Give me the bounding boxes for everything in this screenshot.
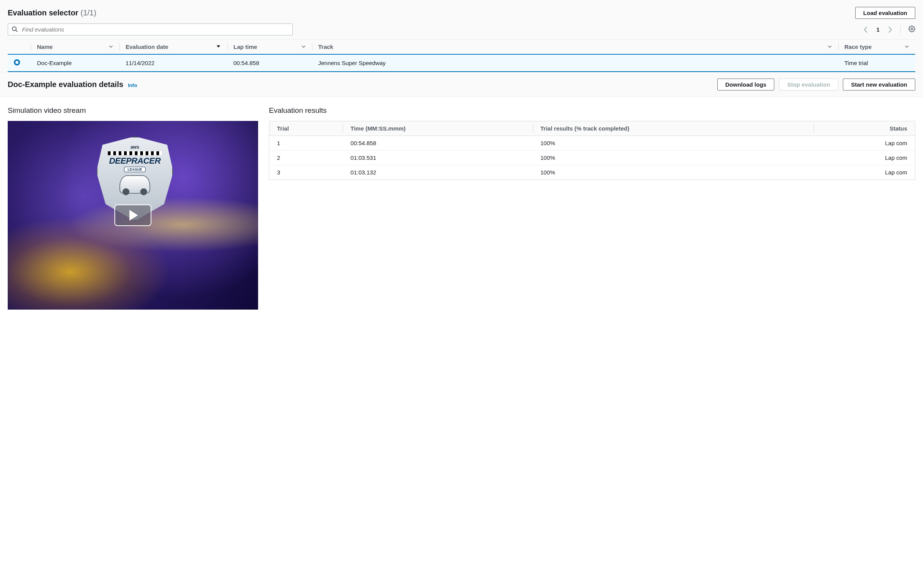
- col-lap-label: Lap time: [233, 44, 257, 50]
- col-pct: Trial results (% track completed): [533, 121, 814, 136]
- col-trial: Trial: [269, 121, 343, 136]
- sort-active-icon: [216, 44, 221, 50]
- details-title: Doc-Example evaluation details: [8, 80, 123, 89]
- pager-page-number: 1: [876, 27, 879, 33]
- sort-icon: [301, 44, 306, 50]
- results-row: 201:03.531100%Lap com: [269, 151, 915, 165]
- video-frame: aws DEEPRACER LEAGUE: [8, 121, 258, 310]
- col-radio: [8, 40, 31, 55]
- shield-title: DEEPRACER: [109, 156, 161, 166]
- results-cell-trial: 3: [269, 165, 343, 180]
- results-cell-pct: 100%: [533, 151, 814, 165]
- play-icon: [129, 210, 138, 221]
- cell-track: Jennens Super Speedway: [312, 54, 838, 72]
- cell-race: Time trial: [838, 54, 915, 72]
- info-link[interactable]: Info: [128, 82, 137, 88]
- settings-gear-icon[interactable]: [908, 25, 915, 34]
- page-title: Evaluation selector (1/1): [8, 8, 96, 17]
- results-cell-time: 00:54.858: [343, 136, 533, 151]
- evaluations-table: Name Evaluation date: [8, 39, 915, 72]
- results-cell-status: Lap com: [814, 151, 915, 165]
- results-cell-time: 01:03.132: [343, 165, 533, 180]
- shield-checker: [108, 151, 162, 155]
- col-status: Status: [814, 121, 915, 136]
- svg-marker-3: [216, 45, 220, 48]
- selector-header: Evaluation selector (1/1) Load evaluatio…: [8, 7, 915, 19]
- col-date[interactable]: Evaluation date: [119, 40, 227, 55]
- details-title-wrap: Doc-Example evaluation details Info: [8, 80, 137, 89]
- col-race-label: Race type: [844, 44, 872, 50]
- pager-next-button[interactable]: [887, 26, 893, 34]
- details-header: Doc-Example evaluation details Info Down…: [0, 72, 923, 97]
- col-track[interactable]: Track: [312, 40, 838, 55]
- results-cell-time: 01:03.531: [343, 151, 533, 165]
- results-row: 100:54.858100%Lap com: [269, 136, 915, 151]
- col-name-label: Name: [37, 44, 53, 50]
- pager-prev-button[interactable]: [863, 26, 869, 34]
- results-cell-trial: 2: [269, 151, 343, 165]
- results-cell-pct: 100%: [533, 165, 814, 180]
- search-wrap: [8, 23, 293, 35]
- shield-car-icon: [119, 175, 150, 194]
- col-time: Time (MM:SS.mmm): [343, 121, 533, 136]
- start-new-evaluation-button[interactable]: Start new evaluation: [843, 79, 915, 90]
- cell-name: Doc-Example: [31, 54, 119, 72]
- page-title-text: Evaluation selector: [8, 8, 78, 17]
- page-title-count: (1/1): [81, 8, 96, 17]
- col-track-label: Track: [318, 44, 333, 50]
- search-input[interactable]: [8, 23, 293, 35]
- col-lap[interactable]: Lap time: [227, 40, 312, 55]
- pager: 1: [863, 25, 915, 34]
- shield-league: LEAGUE: [124, 167, 146, 172]
- video-play-button[interactable]: [114, 204, 151, 226]
- svg-point-2: [911, 28, 913, 30]
- results-row: 301:03.132100%Lap com: [269, 165, 915, 180]
- download-logs-button[interactable]: Download logs: [717, 79, 775, 90]
- search-icon: [12, 26, 18, 33]
- sort-icon: [109, 44, 113, 50]
- results-cell-pct: 100%: [533, 136, 814, 151]
- results-table: Trial Time (MM:SS.mmm) Trial results (% …: [269, 121, 915, 179]
- svg-line-1: [16, 30, 17, 32]
- results-cell-trial: 1: [269, 136, 343, 151]
- load-evaluation-button[interactable]: Load evaluation: [855, 7, 915, 19]
- toolbar-divider: [900, 25, 901, 34]
- results-section-title: Evaluation results: [269, 106, 915, 115]
- shield-brand: aws: [131, 144, 139, 150]
- col-name[interactable]: Name: [31, 40, 119, 55]
- video-section: Simulation video stream aws DEEPRACER LE…: [8, 106, 258, 310]
- cell-date: 11/14/2022: [119, 54, 227, 72]
- stop-evaluation-button: Stop evaluation: [779, 79, 838, 90]
- results-cell-status: Lap com: [814, 136, 915, 151]
- results-cell-status: Lap com: [814, 165, 915, 180]
- sort-icon: [827, 44, 832, 50]
- sort-icon: [905, 44, 909, 50]
- details-body: Simulation video stream aws DEEPRACER LE…: [0, 97, 923, 319]
- evaluation-selector-panel: Evaluation selector (1/1) Load evaluatio…: [0, 0, 923, 72]
- svg-point-0: [12, 27, 16, 30]
- results-section: Evaluation results Trial Time (MM:SS.mmm…: [269, 106, 915, 310]
- details-actions: Download logs Stop evaluation Start new …: [717, 79, 915, 90]
- table-row[interactable]: Doc-Example 11/14/2022 00:54.858 Jennens…: [8, 54, 915, 72]
- selector-toolbar: 1: [8, 23, 915, 35]
- col-race[interactable]: Race type: [838, 40, 915, 55]
- row-radio-selected[interactable]: [14, 59, 20, 65]
- col-date-label: Evaluation date: [126, 44, 168, 50]
- cell-lap: 00:54.858: [227, 54, 312, 72]
- video-section-title: Simulation video stream: [8, 106, 258, 115]
